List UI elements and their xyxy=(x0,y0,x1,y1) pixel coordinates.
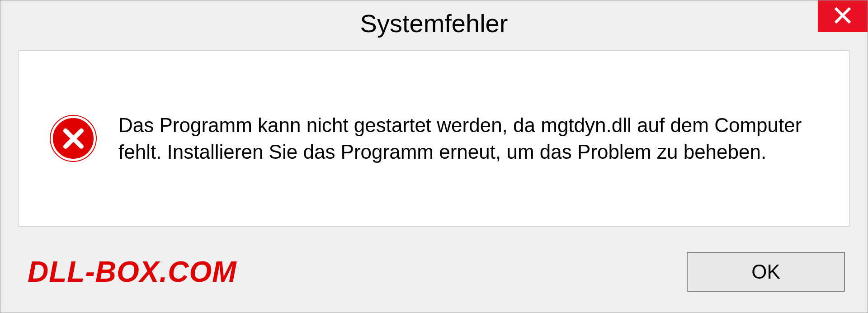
close-icon xyxy=(834,6,852,26)
error-icon xyxy=(51,116,96,161)
dialog-title: Systemfehler xyxy=(360,9,508,38)
error-dialog: Systemfehler Das Programm kann nicht ges… xyxy=(0,0,868,313)
content-area: Das Programm kann nicht gestartet werden… xyxy=(19,50,849,227)
close-button[interactable] xyxy=(818,0,868,32)
titlebar: Systemfehler xyxy=(0,0,868,50)
watermark-text: DLL-BOX.COM xyxy=(28,255,237,289)
ok-button[interactable]: OK xyxy=(687,252,845,292)
dialog-footer: DLL-BOX.COM OK xyxy=(0,245,868,313)
error-message: Das Programm kann nicht gestartet werden… xyxy=(118,112,817,166)
